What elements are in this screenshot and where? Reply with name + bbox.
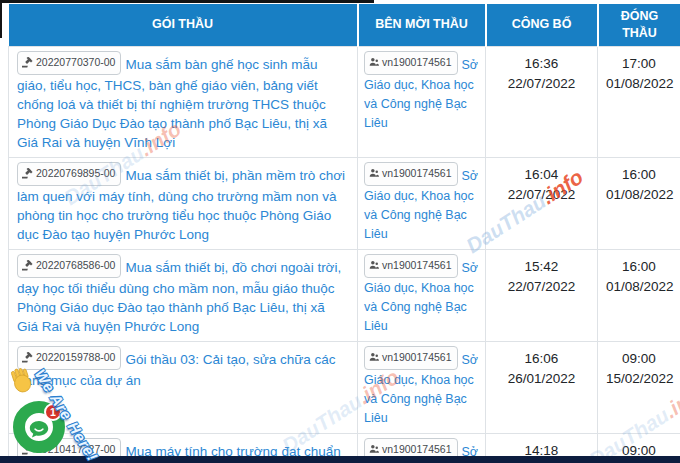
inviter-code: vn1900174561 xyxy=(382,348,452,367)
closing-cell: 16:00 01/08/2022 xyxy=(598,249,680,341)
chat-unread-badge: 1 xyxy=(44,403,62,421)
table-row: 20220769895-00Mua sắm thiết bị, phần mềm… xyxy=(9,157,680,249)
inviter-cell: vn1900174561Sở Giáo dục, Khoa học và Côn… xyxy=(358,341,486,433)
closing-date: 01/08/2022 xyxy=(606,74,672,94)
published-time: 16:36 xyxy=(494,54,589,74)
published-time: 15:42 xyxy=(494,257,589,277)
inviter-code-badge[interactable]: vn1900174561 xyxy=(364,254,458,278)
column-header-goi-thau: GÓI THẦU xyxy=(9,4,358,46)
published-date: 22/07/2022 xyxy=(494,185,589,205)
inviter-code: vn1900174561 xyxy=(382,256,452,275)
published-date: 22/07/2022 xyxy=(494,277,589,297)
published-date: 22/07/2022 xyxy=(494,74,589,94)
people-icon xyxy=(369,260,379,270)
gavel-icon xyxy=(22,57,33,68)
tender-code: 20220768586-00 xyxy=(36,256,115,275)
closing-cell: 16:00 01/08/2022 xyxy=(598,157,680,249)
window-top-edge xyxy=(0,0,374,3)
inviter-code-badge[interactable]: vn1900174561 xyxy=(364,162,458,186)
column-header-dong-thau: ĐÓNG THẦU xyxy=(598,4,680,46)
published-date: 26/01/2022 xyxy=(494,369,589,389)
tender-code: 20220770370-00 xyxy=(36,53,115,72)
gavel-icon xyxy=(22,260,33,271)
gavel-icon xyxy=(22,352,33,363)
tender-table: GÓI THẦU BÊN MỜI THẦU CÔNG BỐ ĐÓNG THẦU … xyxy=(8,4,680,463)
published-cell: 15:42 22/07/2022 xyxy=(486,249,598,341)
published-time: 16:06 xyxy=(494,349,589,369)
column-header-cong-bo: CÔNG BỐ xyxy=(486,4,598,46)
table-row: 20220768586-00Mua sắm thiết bị, đồ chơi … xyxy=(9,249,680,341)
published-cell: 16:06 26/01/2022 xyxy=(486,341,598,433)
closing-time: 17:00 xyxy=(606,54,672,74)
closing-cell: 09:00 15/02/2022 xyxy=(598,341,680,433)
table-row: 20220159788-00Gói thầu 03: Cải tạo, sửa … xyxy=(9,341,680,433)
inviter-code: vn1900174561 xyxy=(382,53,452,72)
inviter-code: vn1900174561 xyxy=(382,164,452,183)
people-icon xyxy=(369,352,379,362)
tender-code: 20220159788-00 xyxy=(36,348,115,367)
column-header-ben-moi-thau: BÊN MỜI THẦU xyxy=(358,4,486,46)
tender-code-badge[interactable]: 20220770370-00 xyxy=(17,51,121,75)
tender-cell: 20220769895-00Mua sắm thiết bị, phần mềm… xyxy=(9,157,358,249)
closing-cell: 17:00 01/08/2022 xyxy=(598,46,680,157)
people-icon xyxy=(369,168,379,178)
inviter-cell: vn1900174561Sở Giáo dục, Khoa học và Côn… xyxy=(358,46,486,157)
tender-cell: 20220768586-00Mua sắm thiết bị, đồ chơi … xyxy=(9,249,358,341)
tender-cell: 20220770370-00Mua sắm bàn ghế học sinh m… xyxy=(9,46,358,157)
inviter-cell: vn1900174561Sở Giáo dục, Khoa học và Côn… xyxy=(358,249,486,341)
closing-date: 01/08/2022 xyxy=(606,185,672,205)
tender-code-badge[interactable]: 20220769895-00 xyxy=(17,162,121,186)
closing-time: 16:00 xyxy=(606,165,672,185)
inviter-code-badge[interactable]: vn1900174561 xyxy=(364,346,458,370)
closing-date: 15/02/2022 xyxy=(606,369,672,389)
bottom-taskbar-edge xyxy=(0,456,680,463)
chat-widget-button[interactable]: 1 xyxy=(13,401,65,453)
tender-code-badge[interactable]: 20220768586-00 xyxy=(17,254,121,278)
published-cell: 16:04 22/07/2022 xyxy=(486,157,598,249)
closing-time: 16:00 xyxy=(606,257,672,277)
closing-time: 09:00 xyxy=(606,349,672,369)
table-header-row: GÓI THẦU BÊN MỜI THẦU CÔNG BỐ ĐÓNG THẦU xyxy=(9,4,680,46)
published-cell: 16:36 22/07/2022 xyxy=(486,46,598,157)
table-row: 20220770370-00Mua sắm bàn ghế học sinh m… xyxy=(9,46,680,157)
published-time: 16:04 xyxy=(494,165,589,185)
tender-code-badge[interactable]: 20220159788-00 xyxy=(17,346,121,370)
gavel-icon xyxy=(22,168,33,179)
tender-code: 20220769895-00 xyxy=(36,164,115,183)
inviter-code-badge[interactable]: vn1900174561 xyxy=(364,51,458,75)
closing-date: 01/08/2022 xyxy=(606,277,672,297)
window-left-edge xyxy=(0,0,2,38)
inviter-cell: vn1900174561Sở Giáo dục, Khoa học và Côn… xyxy=(358,157,486,249)
people-icon xyxy=(369,57,379,67)
people-icon xyxy=(369,444,379,454)
